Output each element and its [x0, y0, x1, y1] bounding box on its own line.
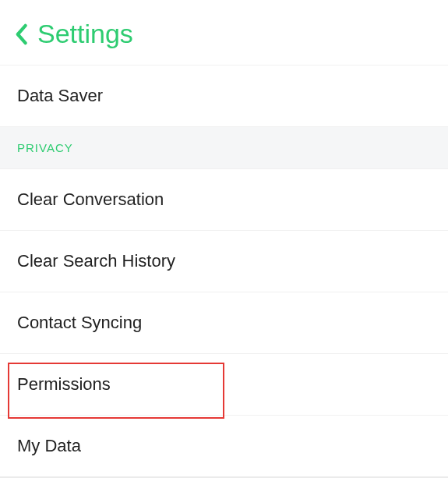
list-item-data-saver[interactable]: Data Saver: [0, 65, 448, 127]
list-item-label: Contact Syncing: [17, 313, 142, 332]
list-item-label: Data Saver: [17, 86, 103, 105]
list-item-label: Clear Conversation: [17, 189, 164, 209]
header: Settings: [0, 0, 448, 65]
page-title: Settings: [37, 19, 133, 49]
back-icon[interactable]: [14, 23, 28, 45]
list-item-clear-search-history[interactable]: Clear Search History: [0, 231, 448, 292]
list-item-permissions[interactable]: Permissions: [0, 354, 448, 416]
list-item-my-data[interactable]: My Data: [0, 416, 448, 478]
settings-list: Data Saver PRIVACY Clear Conversation Cl…: [0, 65, 448, 478]
list-item-contact-syncing[interactable]: Contact Syncing: [0, 292, 448, 354]
list-item-label: Permissions: [17, 374, 111, 394]
list-item-label: My Data: [17, 436, 81, 455]
list-item-clear-conversation[interactable]: Clear Conversation: [0, 169, 448, 231]
list-item-label: Clear Search History: [17, 251, 175, 271]
section-header-label: PRIVACY: [17, 141, 73, 154]
section-header-privacy: PRIVACY: [0, 127, 448, 169]
